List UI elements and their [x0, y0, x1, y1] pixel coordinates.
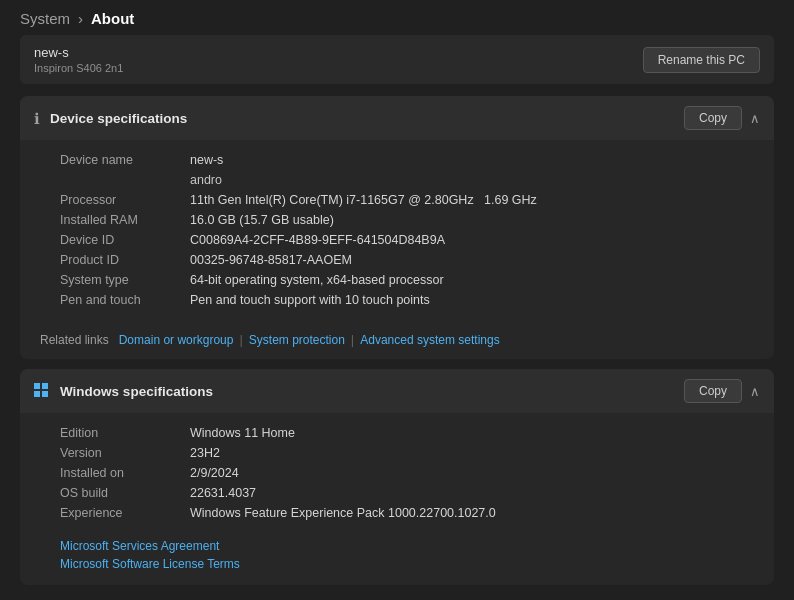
table-row: Device ID C00869A4-2CFF-4B89-9EFF-641504…	[60, 230, 754, 250]
device-chevron-icon[interactable]: ∧	[750, 111, 760, 126]
windows-specs-table: Edition Windows 11 Home Version 23H2 Ins…	[20, 413, 774, 537]
related-links-label: Related links	[40, 333, 109, 347]
device-specifications-section: ℹ Device specifications Copy ∧ Device na…	[20, 96, 774, 359]
domain-workgroup-link[interactable]: Domain or workgroup	[119, 333, 234, 347]
spec-label-system-type: System type	[60, 273, 190, 287]
spec-value-edition: Windows 11 Home	[190, 426, 754, 440]
spec-value-processor: 11th Gen Intel(R) Core(TM) i7-1165G7 @ 2…	[190, 193, 754, 207]
microsoft-software-license-link[interactable]: Microsoft Software License Terms	[20, 555, 774, 573]
spec-value-extra-name: andro	[190, 173, 754, 187]
spec-label-device-id: Device ID	[60, 233, 190, 247]
system-nav-label[interactable]: System	[20, 10, 70, 27]
advanced-system-settings-link[interactable]: Advanced system settings	[360, 333, 499, 347]
spec-label-product-id: Product ID	[60, 253, 190, 267]
spec-label-os-build: OS build	[60, 486, 190, 500]
spec-label-edition: Edition	[60, 426, 190, 440]
related-links-bar: Related links Domain or workgroup | Syst…	[20, 324, 774, 359]
pc-name: new-s	[34, 45, 123, 60]
pc-info: new-s Inspiron S406 2n1	[34, 45, 123, 74]
spec-value-version: 23H2	[190, 446, 754, 460]
windows-spec-title-group: Windows specifications	[34, 383, 213, 399]
spec-label-device-name: Device name	[60, 153, 190, 167]
spec-label-processor: Processor	[60, 193, 190, 207]
related-footer: Related	[0, 595, 794, 600]
device-specs-table: Device name new-s andro Processor 11th G…	[20, 140, 774, 324]
link-separator-2: |	[351, 332, 354, 347]
table-row: Pen and touch Pen and touch support with…	[60, 290, 754, 310]
windows-chevron-icon[interactable]: ∧	[750, 384, 760, 399]
windows-logo-icon	[34, 383, 50, 399]
spec-value-experience: Windows Feature Experience Pack 1000.227…	[190, 506, 754, 520]
spec-value-installed-on: 2/9/2024	[190, 466, 754, 480]
breadcrumb: System › About	[0, 0, 794, 35]
device-spec-actions: Copy ∧	[684, 106, 760, 130]
table-row: andro	[60, 170, 754, 190]
table-row: Product ID 00325-96748-85817-AAOEM	[60, 250, 754, 270]
table-row: Version 23H2	[60, 443, 754, 463]
spec-label-pen-touch: Pen and touch	[60, 293, 190, 307]
windows-logo-grid	[34, 383, 48, 397]
spec-value-product-id: 00325-96748-85817-AAOEM	[190, 253, 754, 267]
pc-name-bar: new-s Inspiron S406 2n1 Rename this PC	[20, 35, 774, 84]
device-spec-title-group: ℹ Device specifications	[34, 111, 187, 126]
windows-spec-header: Windows specifications Copy ∧	[20, 369, 774, 413]
device-spec-title: Device specifications	[50, 111, 187, 126]
table-row: Experience Windows Feature Experience Pa…	[60, 503, 754, 523]
spec-value-ram: 16.0 GB (15.7 GB usable)	[190, 213, 754, 227]
spec-label-version: Version	[60, 446, 190, 460]
windows-spec-actions: Copy ∧	[684, 379, 760, 403]
microsoft-services-agreement-link[interactable]: Microsoft Services Agreement	[20, 537, 774, 555]
device-copy-button[interactable]: Copy	[684, 106, 742, 130]
spec-value-device-name: new-s	[190, 153, 754, 167]
system-protection-link[interactable]: System protection	[249, 333, 345, 347]
windows-copy-button[interactable]: Copy	[684, 379, 742, 403]
spec-value-pen-touch: Pen and touch support with 10 touch poin…	[190, 293, 754, 307]
table-row: Installed RAM 16.0 GB (15.7 GB usable)	[60, 210, 754, 230]
spec-label-ram: Installed RAM	[60, 213, 190, 227]
table-row: Installed on 2/9/2024	[60, 463, 754, 483]
table-row: Device name new-s	[60, 150, 754, 170]
pc-model: Inspiron S406 2n1	[34, 62, 123, 74]
spec-value-system-type: 64-bit operating system, x64-based proce…	[190, 273, 754, 287]
table-row: OS build 22631.4037	[60, 483, 754, 503]
info-icon: ℹ	[34, 111, 40, 126]
about-nav-label: About	[91, 10, 134, 27]
breadcrumb-separator: ›	[78, 10, 83, 27]
device-spec-header: ℹ Device specifications Copy ∧	[20, 96, 774, 140]
spec-label-installed-on: Installed on	[60, 466, 190, 480]
table-row: Edition Windows 11 Home	[60, 423, 754, 443]
windows-spec-title: Windows specifications	[60, 384, 213, 399]
link-separator-1: |	[239, 332, 242, 347]
table-row: Processor 11th Gen Intel(R) Core(TM) i7-…	[60, 190, 754, 210]
spec-value-device-id: C00869A4-2CFF-4B89-9EFF-641504D84B9A	[190, 233, 754, 247]
table-row: System type 64-bit operating system, x64…	[60, 270, 754, 290]
spec-label-blank	[60, 173, 190, 187]
rename-pc-button[interactable]: Rename this PC	[643, 47, 760, 73]
windows-specifications-section: Windows specifications Copy ∧ Edition Wi…	[20, 369, 774, 585]
spec-value-os-build: 22631.4037	[190, 486, 754, 500]
spec-label-experience: Experience	[60, 506, 190, 520]
